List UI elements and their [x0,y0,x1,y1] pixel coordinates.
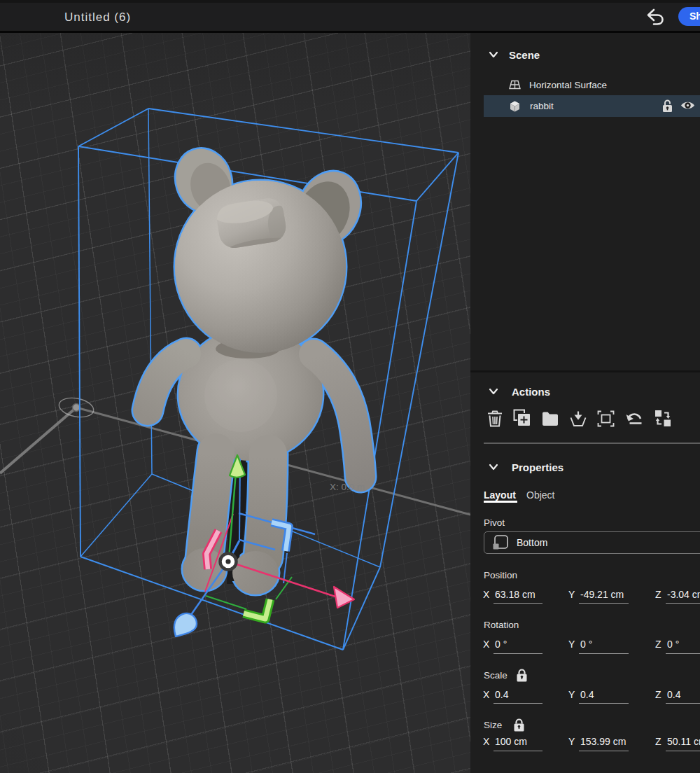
svg-text:X: 0.0 m: X: 0.0 m [330,482,365,492]
